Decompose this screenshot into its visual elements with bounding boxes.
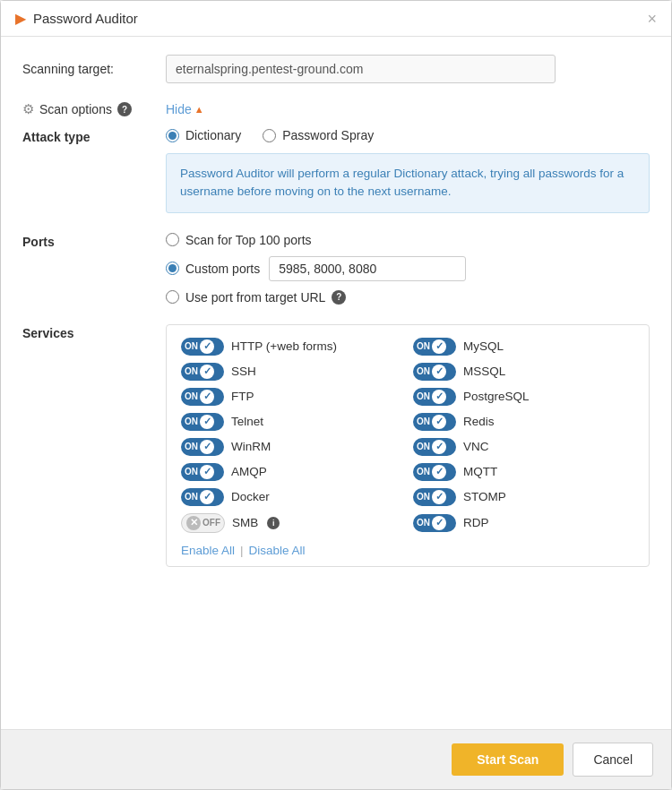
toggle-docker[interactable]: ON ✓ bbox=[181, 488, 224, 506]
attack-type-info-text: Password Auditor will perform a regular … bbox=[180, 167, 624, 198]
on-label-mssql: ON bbox=[417, 366, 430, 376]
gear-icon: ⚙ bbox=[22, 101, 34, 117]
toggle-telnet[interactable]: ON ✓ bbox=[181, 413, 224, 431]
service-name-telnet: Telnet bbox=[231, 415, 263, 428]
toggle-mqtt[interactable]: ON ✓ bbox=[413, 463, 456, 481]
radio-dictionary[interactable]: Dictionary bbox=[166, 128, 241, 142]
radio-custom-label: Custom ports bbox=[185, 262, 260, 276]
service-item-redis: ON ✓ Redis bbox=[413, 413, 634, 431]
toggle-smb[interactable]: ✕ OFF bbox=[181, 513, 225, 533]
toggle-redis[interactable]: ON ✓ bbox=[413, 413, 456, 431]
on-label-stomp: ON bbox=[417, 492, 430, 502]
radio-dictionary-input[interactable] bbox=[166, 129, 179, 142]
service-item-vnc: ON ✓ VNC bbox=[413, 438, 634, 456]
hide-label: Hide bbox=[166, 102, 192, 116]
smb-info-icon[interactable]: i bbox=[267, 517, 280, 529]
on-label-vnc: ON bbox=[417, 442, 430, 451]
services-content: ON ✓ HTTP (+web forms) ON ✓ MySQL bbox=[166, 324, 650, 567]
services-section: Services ON ✓ HTTP (+web forms) bbox=[22, 324, 650, 567]
on-label-telnet: ON bbox=[185, 416, 198, 426]
service-name-redis: Redis bbox=[463, 415, 495, 428]
checkmark-postgresql: ✓ bbox=[432, 390, 446, 404]
scanning-target-input[interactable] bbox=[166, 55, 556, 83]
toggle-mysql[interactable]: ON ✓ bbox=[413, 338, 456, 356]
from-url-help-icon[interactable]: ? bbox=[332, 290, 346, 305]
ports-options: Scan for Top 100 ports Custom ports Use … bbox=[166, 233, 650, 305]
service-name-vnc: VNC bbox=[463, 440, 489, 453]
cancel-button[interactable]: Cancel bbox=[573, 743, 653, 777]
service-item-amqp: ON ✓ AMQP bbox=[181, 463, 402, 481]
ports-section: Ports Scan for Top 100 ports Custom port… bbox=[22, 233, 650, 305]
service-name-mysql: MySQL bbox=[463, 339, 504, 353]
hide-arrow-icon: ▲ bbox=[194, 104, 204, 115]
on-label-postgresql: ON bbox=[417, 391, 430, 401]
toggle-vnc[interactable]: ON ✓ bbox=[413, 438, 456, 456]
radio-from-url-input[interactable] bbox=[166, 290, 179, 304]
toggle-rdp[interactable]: ON ✓ bbox=[413, 514, 456, 532]
on-label-mysql: ON bbox=[417, 341, 430, 351]
service-item-winrm: ON ✓ WinRM bbox=[181, 438, 402, 456]
toggle-ftp[interactable]: ON ✓ bbox=[181, 388, 224, 406]
radio-dictionary-label: Dictionary bbox=[185, 128, 241, 142]
radio-top100[interactable]: Scan for Top 100 ports bbox=[166, 233, 650, 247]
custom-ports-input[interactable] bbox=[269, 256, 466, 281]
checkmark-http: ✓ bbox=[200, 339, 214, 354]
service-item-docker: ON ✓ Docker bbox=[181, 488, 402, 506]
on-label-rdp: ON bbox=[417, 518, 430, 528]
start-scan-button[interactable]: Start Scan bbox=[452, 743, 564, 776]
radio-custom-input[interactable] bbox=[166, 262, 179, 275]
disable-all-link[interactable]: Disable All bbox=[249, 544, 306, 557]
service-name-amqp: AMQP bbox=[231, 465, 267, 478]
radio-password-spray-input[interactable] bbox=[263, 129, 276, 142]
service-item-http: ON ✓ HTTP (+web forms) bbox=[181, 338, 402, 356]
toggle-http[interactable]: ON ✓ bbox=[181, 338, 224, 356]
radio-from-url-label: Use port from target URL bbox=[185, 290, 325, 305]
on-label-winrm: ON bbox=[185, 442, 198, 451]
toggle-postgresql[interactable]: ON ✓ bbox=[413, 388, 456, 406]
scanning-target-row: Scanning target: bbox=[22, 55, 650, 83]
toggle-stomp[interactable]: ON ✓ bbox=[413, 488, 456, 506]
checkmark-amqp: ✓ bbox=[200, 465, 214, 479]
scan-options-help-icon[interactable]: ? bbox=[117, 102, 132, 116]
service-name-ssh: SSH bbox=[231, 365, 256, 378]
attack-type-label: Attack type bbox=[22, 128, 166, 213]
enable-all-link[interactable]: Enable All bbox=[181, 544, 235, 557]
toggle-winrm[interactable]: ON ✓ bbox=[181, 438, 224, 456]
attack-type-options: Dictionary Password Spray bbox=[166, 128, 650, 142]
main-window: ▶ Password Auditor × Scanning target: ⚙ … bbox=[0, 0, 672, 790]
on-label-amqp: ON bbox=[185, 467, 198, 477]
service-name-stomp: STOMP bbox=[463, 490, 506, 503]
radio-from-url[interactable]: Use port from target URL ? bbox=[166, 290, 650, 305]
service-name-postgresql: PostgreSQL bbox=[463, 390, 530, 403]
close-button[interactable]: × bbox=[647, 11, 657, 27]
radio-top100-input[interactable] bbox=[166, 233, 179, 246]
service-item-rdp: ON ✓ RDP bbox=[413, 513, 634, 533]
service-item-mqtt: ON ✓ MQTT bbox=[413, 463, 634, 481]
hide-link[interactable]: Hide ▲ bbox=[166, 102, 204, 116]
ports-content: Scan for Top 100 ports Custom ports Use … bbox=[166, 233, 650, 305]
divider: | bbox=[240, 544, 244, 557]
services-label: Services bbox=[22, 324, 166, 567]
radio-top100-label: Scan for Top 100 ports bbox=[185, 233, 312, 247]
off-label-smb: OFF bbox=[202, 518, 220, 528]
toggle-amqp[interactable]: ON ✓ bbox=[181, 463, 224, 481]
radio-custom[interactable]: Custom ports bbox=[166, 262, 260, 276]
checkmark-telnet: ✓ bbox=[200, 415, 214, 429]
toggle-mssql[interactable]: ON ✓ bbox=[413, 363, 456, 381]
checkmark-ssh: ✓ bbox=[200, 365, 214, 379]
radio-password-spray[interactable]: Password Spray bbox=[263, 128, 374, 142]
on-label-http: ON bbox=[185, 341, 198, 351]
checkmark-ftp: ✓ bbox=[200, 390, 214, 404]
service-name-smb: SMB bbox=[232, 516, 258, 529]
checkmark-stomp: ✓ bbox=[432, 490, 446, 504]
checkmark-vnc: ✓ bbox=[432, 440, 446, 454]
service-name-winrm: WinRM bbox=[231, 440, 271, 453]
scanning-target-value bbox=[166, 55, 650, 83]
on-label-ssh: ON bbox=[185, 366, 198, 376]
radio-password-spray-label: Password Spray bbox=[282, 128, 374, 142]
attack-type-content: Dictionary Password Spray Password Audit… bbox=[166, 128, 650, 213]
scan-options-text: Scan options bbox=[39, 102, 112, 116]
service-name-ftp: FTP bbox=[231, 390, 254, 403]
toggle-ssh[interactable]: ON ✓ bbox=[181, 363, 224, 381]
service-name-http: HTTP (+web forms) bbox=[231, 339, 337, 353]
